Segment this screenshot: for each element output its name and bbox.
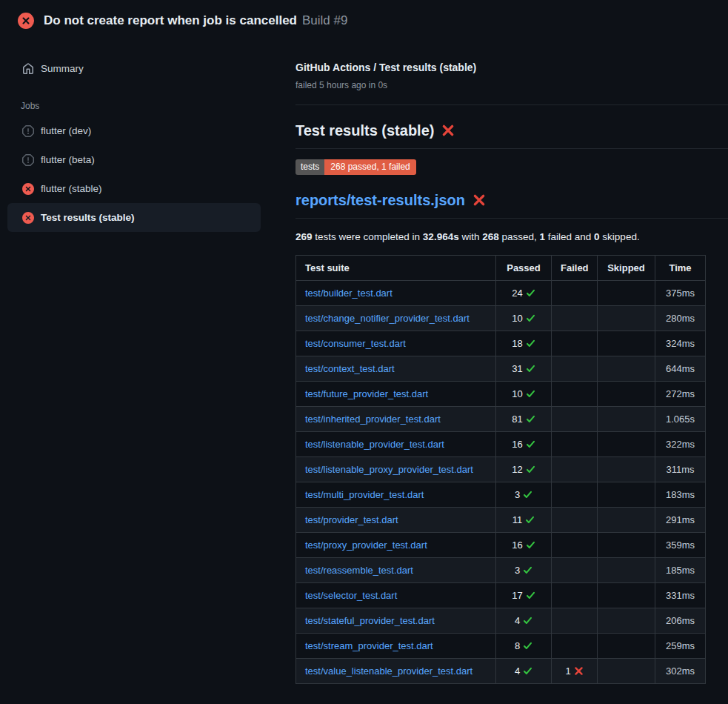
suite-link[interactable]: test/consumer_test.dart bbox=[305, 338, 406, 349]
passed-cell: 24 bbox=[496, 281, 552, 306]
passed-cell: 18 bbox=[496, 331, 552, 356]
tests-summary-sentence: 269 tests were completed in 32.964s with… bbox=[295, 230, 728, 243]
suite-link[interactable]: test/stream_provider_test.dart bbox=[305, 640, 433, 651]
job-label: flutter (dev) bbox=[41, 124, 91, 138]
suite-link[interactable]: test/change_notifier_provider_test.dart bbox=[305, 313, 470, 324]
cross-mark-icon bbox=[441, 124, 455, 137]
check-mark-icon bbox=[525, 515, 535, 525]
passed-cell: 31 bbox=[496, 356, 552, 382]
skipped-cell bbox=[598, 281, 655, 306]
suite-link[interactable]: test/context_test.dart bbox=[305, 363, 395, 374]
skipped-cell bbox=[598, 558, 655, 583]
check-mark-icon bbox=[523, 641, 532, 651]
job-label: flutter (stable) bbox=[41, 182, 102, 196]
table-row: test/listenable_proxy_provider_test.dart… bbox=[296, 457, 706, 482]
passed-cell: 4 bbox=[496, 608, 552, 634]
suite-link[interactable]: test/value_listenable_provider_test.dart bbox=[305, 665, 472, 677]
report-heading: reports/test-results.json bbox=[295, 191, 728, 219]
run-status-line: failed 5 hours ago in 0s bbox=[295, 80, 728, 90]
summary-segment: tests were completed in bbox=[313, 231, 423, 242]
passed-cell: 11 bbox=[496, 508, 552, 533]
suite-cell: test/stream_provider_test.dart bbox=[296, 634, 496, 659]
time-cell: 259ms bbox=[655, 634, 706, 659]
suite-cell: test/selector_test.dart bbox=[296, 583, 496, 608]
run-header: Do not create report when job is cancell… bbox=[0, 0, 728, 39]
column-header: Failed bbox=[552, 256, 598, 281]
suite-link[interactable]: test/reassemble_test.dart bbox=[305, 565, 413, 576]
job-label: flutter (beta) bbox=[41, 153, 95, 167]
table-row: test/stateful_provider_test.dart4206ms bbox=[296, 608, 706, 634]
check-mark-icon bbox=[523, 490, 532, 499]
skipped-cell bbox=[598, 583, 655, 608]
summary-segment: failed and bbox=[545, 231, 594, 242]
sidebar-job-item[interactable]: flutter (beta) bbox=[7, 145, 261, 174]
failed-cell bbox=[552, 432, 598, 457]
failed-cell bbox=[552, 281, 598, 306]
skipped-cell bbox=[598, 306, 655, 331]
table-row: test/value_listenable_provider_test.dart… bbox=[296, 659, 706, 684]
suite-link[interactable]: test/selector_test.dart bbox=[305, 590, 397, 601]
skipped-cell bbox=[598, 634, 655, 659]
section-heading: Test results (stable) bbox=[295, 122, 728, 149]
sidebar-item-summary[interactable]: Summary bbox=[7, 54, 261, 83]
failed-circle-icon bbox=[18, 13, 34, 29]
check-mark-icon bbox=[526, 389, 535, 399]
summary-segment: 32.964s bbox=[423, 231, 459, 242]
check-mark-icon bbox=[526, 439, 535, 449]
failed-circle-icon bbox=[22, 212, 34, 224]
sidebar-job-item[interactable]: flutter (dev) bbox=[7, 116, 261, 145]
run-title: Do not create report when job is cancell… bbox=[44, 13, 297, 29]
check-mark-icon bbox=[523, 666, 532, 676]
check-mark-icon bbox=[526, 591, 535, 600]
failed-cell bbox=[552, 583, 598, 608]
summary-segment: with bbox=[459, 231, 483, 242]
time-cell: 280ms bbox=[655, 306, 706, 331]
suite-cell: test/listenable_proxy_provider_test.dart bbox=[296, 457, 496, 482]
cancelled-icon bbox=[22, 154, 34, 166]
time-cell: 644ms bbox=[655, 356, 706, 382]
suite-cell: test/stateful_provider_test.dart bbox=[296, 608, 496, 634]
time-cell: 311ms bbox=[655, 457, 706, 482]
job-label: Test results (stable) bbox=[41, 210, 135, 225]
suite-link[interactable]: test/inherited_provider_test.dart bbox=[305, 414, 441, 425]
check-mark-icon bbox=[526, 339, 535, 348]
summary-segment: 269 bbox=[295, 231, 313, 242]
sidebar-summary-label: Summary bbox=[41, 62, 84, 76]
suite-link[interactable]: test/proxy_provider_test.dart bbox=[305, 539, 427, 551]
test-results-table: Test suitePassedFailedSkippedTime test/b… bbox=[295, 255, 706, 684]
check-mark-icon bbox=[526, 313, 535, 323]
sidebar-job-item[interactable]: Test results (stable) bbox=[7, 203, 261, 232]
jobs-list: flutter (dev)flutter (beta)flutter (stab… bbox=[0, 116, 295, 232]
suite-cell: test/listenable_provider_test.dart bbox=[296, 432, 496, 457]
cross-mark-icon bbox=[472, 193, 486, 207]
failed-cell bbox=[552, 508, 598, 533]
table-row: test/selector_test.dart17331ms bbox=[296, 583, 706, 608]
skipped-cell bbox=[598, 659, 655, 684]
summary-segment: passed, bbox=[499, 231, 540, 242]
time-cell: 206ms bbox=[655, 608, 706, 634]
suite-link[interactable]: test/builder_test.dart bbox=[305, 288, 393, 299]
time-cell: 359ms bbox=[655, 533, 706, 558]
suite-link[interactable]: test/listenable_provider_test.dart bbox=[305, 439, 444, 450]
passed-cell: 16 bbox=[496, 533, 552, 558]
report-file-link[interactable]: reports/test-results.json bbox=[295, 191, 465, 209]
summary-segment: skipped. bbox=[600, 231, 640, 242]
passed-cell: 3 bbox=[496, 558, 552, 583]
table-header-row: Test suitePassedFailedSkippedTime bbox=[296, 256, 706, 281]
suite-link[interactable]: test/future_provider_test.dart bbox=[305, 388, 428, 399]
check-mark-icon bbox=[523, 616, 532, 625]
table-row: test/change_notifier_provider_test.dart1… bbox=[296, 306, 706, 331]
suite-link[interactable]: test/provider_test.dart bbox=[305, 514, 398, 525]
suite-cell: test/context_test.dart bbox=[296, 356, 496, 382]
failed-cell bbox=[552, 457, 598, 482]
tests-status-badge: tests 268 passed, 1 failed bbox=[295, 159, 416, 175]
check-mark-icon bbox=[523, 565, 532, 575]
time-cell: 185ms bbox=[655, 558, 706, 583]
table-row: test/future_provider_test.dart10272ms bbox=[296, 382, 706, 407]
suite-link[interactable]: test/multi_provider_test.dart bbox=[305, 489, 424, 500]
suite-link[interactable]: test/stateful_provider_test.dart bbox=[305, 615, 435, 626]
time-cell: 272ms bbox=[655, 382, 706, 407]
sidebar-job-item[interactable]: flutter (stable) bbox=[7, 174, 261, 203]
suite-cell: test/value_listenable_provider_test.dart bbox=[296, 659, 496, 684]
suite-link[interactable]: test/listenable_proxy_provider_test.dart bbox=[305, 464, 473, 475]
